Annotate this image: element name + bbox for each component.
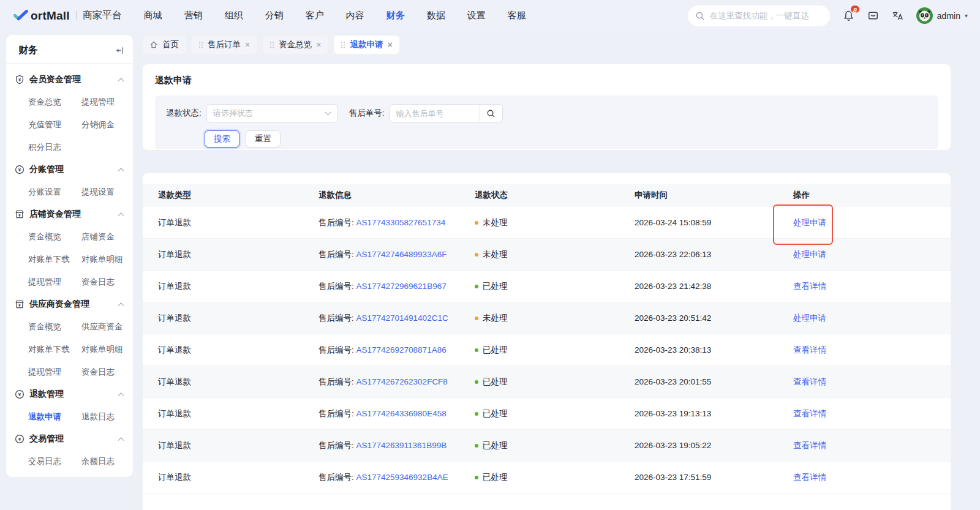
apply-time-cell: 2026-03-23 20:01:55 (635, 377, 793, 386)
main-nav: 商城营销组织分销客户内容财务数据设置客服 (144, 10, 526, 21)
status-dot (475, 221, 478, 225)
sidebar-item-分账设置[interactable]: 分账设置 (28, 181, 81, 203)
username: admin (937, 11, 960, 21)
sidebar-item-退款申请[interactable]: 退款申请 (28, 405, 81, 428)
sidebar-section-header[interactable]: ¥ 会员资金管理 (15, 69, 124, 91)
svg-text:¥: ¥ (18, 77, 21, 83)
order-no-link[interactable]: AS17742701491402C1C (356, 313, 448, 323)
nav-item-数据[interactable]: 数据 (427, 10, 445, 21)
order-no-link[interactable]: AS17742692708871A86 (356, 345, 447, 354)
order-no-link[interactable]: AS17742746489933A6F (356, 250, 447, 259)
sidebar-item-充值管理[interactable]: 充值管理 (28, 113, 81, 136)
drag-handle-icon (341, 42, 345, 48)
refund-type-cell: 订单退款 (158, 281, 318, 292)
sidebar-item-资金概览[interactable]: 资金概览 (28, 225, 81, 248)
apply-time-cell: 2026-03-23 20:38:13 (635, 345, 793, 354)
sidebar-section-header[interactable]: ¥ 供应商资金管理 (15, 293, 124, 315)
nav-item-内容[interactable]: 内容 (346, 10, 364, 21)
tab-首页[interactable]: 首页 (143, 36, 186, 54)
collapse-sidebar-icon[interactable] (115, 46, 124, 55)
close-icon[interactable]: × (316, 40, 321, 49)
close-icon[interactable]: × (245, 40, 250, 49)
sidebar-item-提现管理[interactable]: 提现管理 (81, 91, 124, 113)
sidebar-item-对账单下载[interactable]: 对账单下载 (28, 338, 81, 361)
translate-icon[interactable] (892, 10, 903, 21)
nav-item-分销[interactable]: 分销 (265, 10, 284, 21)
row-action-link[interactable]: 查看详情 (793, 377, 826, 386)
refund-status-select[interactable]: 请选择状态 (206, 104, 338, 122)
nav-item-客服[interactable]: 客服 (508, 10, 526, 21)
sidebar-section-header[interactable]: ¥ 退款管理 (15, 383, 124, 405)
row-action-link[interactable]: 处理申请 (793, 250, 826, 259)
home-icon (149, 40, 158, 49)
aftersale-search-button[interactable] (480, 104, 503, 122)
sidebar-item-积分日志[interactable]: 积分日志 (28, 136, 81, 159)
sidebar-item-资金总览[interactable]: 资金总览 (28, 91, 81, 113)
sidebar-item-店铺资金[interactable]: 店铺资金 (81, 225, 124, 248)
refund-type-cell: 订单退款 (158, 345, 318, 356)
sidebar-item-对账单明细[interactable]: 对账单明细 (81, 248, 124, 271)
row-action-link[interactable]: 查看详情 (793, 345, 826, 354)
row-action-link[interactable]: 处理申请 (793, 218, 826, 227)
sidebar-item-退款日志[interactable]: 退款日志 (81, 405, 124, 428)
filter-card: 退款申请 退款状态: 请选择状态 售后单号: (143, 64, 951, 150)
row-action-link[interactable]: 查看详情 (793, 473, 826, 482)
nav-item-客户[interactable]: 客户 (306, 10, 324, 21)
filter-panel: 退款状态: 请选择状态 售后单号: 搜索 重置 (155, 96, 938, 149)
user-menu[interactable]: admin ▾ (916, 7, 968, 24)
order-no-link[interactable]: AS1774264336980E458 (356, 409, 447, 418)
col-refund-info: 退款信息 (318, 190, 475, 201)
sidebar-item-供应商资金[interactable]: 供应商资金 (81, 315, 124, 338)
aftersale-no-input[interactable] (390, 104, 480, 122)
nav-item-财务[interactable]: 财务 (386, 10, 405, 21)
sidebar-item-资金概览[interactable]: 资金概览 (28, 315, 81, 338)
sidebar-item-交易日志[interactable]: 交易日志 (28, 450, 81, 473)
order-no-link[interactable]: AS17743305827651734 (356, 218, 446, 227)
sidebar-item-提现设置[interactable]: 提现设置 (81, 181, 124, 203)
row-action-link[interactable]: 处理申请 (793, 313, 826, 323)
sidebar-item-提现管理[interactable]: 提现管理 (28, 361, 81, 383)
sidebar-item-分销佣金[interactable]: 分销佣金 (81, 113, 124, 136)
search-button[interactable]: 搜索 (205, 130, 239, 148)
page-title: 退款申请 (155, 75, 938, 86)
nav-item-组织[interactable]: 组织 (225, 10, 243, 21)
order-no-link[interactable]: AS1774272969621B967 (356, 282, 447, 291)
order-no-label: 售后编号: (318, 409, 356, 418)
sidebar-item-余额日志[interactable]: 余额日志 (81, 450, 124, 473)
search-icon (695, 11, 705, 21)
sidebar-item-资金日志[interactable]: 资金日志 (81, 361, 124, 383)
row-action-link[interactable]: 查看详情 (793, 441, 826, 450)
reset-button[interactable]: 重置 (246, 130, 281, 148)
workbench-icon[interactable] (867, 10, 879, 21)
tab-退款申请[interactable]: 退款申请 × (334, 36, 399, 54)
svg-text:¥: ¥ (18, 392, 21, 397)
close-icon[interactable]: × (387, 40, 392, 49)
sidebar-section-title: 分账管理 (29, 164, 64, 175)
sidebar-section-header[interactable]: ¥ 分账管理 (15, 159, 124, 181)
row-action-link[interactable]: 查看详情 (793, 282, 826, 291)
col-refund-type: 退款类型 (158, 190, 318, 201)
nav-item-商城[interactable]: 商城 (144, 10, 162, 21)
row-action-link[interactable]: 查看详情 (793, 409, 826, 418)
sidebar-item-对账单下载[interactable]: 对账单下载 (28, 248, 81, 271)
order-no-link[interactable]: AS1774267262302FCF8 (356, 377, 448, 386)
order-no-link[interactable]: AS1774263911361B99B (356, 441, 447, 450)
sidebar-section-header[interactable]: ¥ 交易管理 (15, 428, 124, 450)
global-search-input[interactable]: 在这里查找功能，一键直达 (688, 6, 830, 26)
sidebar-title: 财务 (18, 44, 38, 57)
sidebar-item-资金日志[interactable]: 资金日志 (81, 271, 124, 293)
nav-item-营销[interactable]: 营销 (184, 10, 203, 21)
sidebar-section-header[interactable]: ¥ 店铺资金管理 (15, 203, 124, 225)
nav-item-设置[interactable]: 设置 (467, 10, 486, 21)
sidebar-item-对账单明细[interactable]: 对账单明细 (81, 338, 124, 361)
tab-售后订单[interactable]: 售后订单 × (192, 36, 257, 54)
order-no-label: 售后编号: (318, 473, 356, 482)
shield-yuan-icon: ¥ (15, 75, 24, 84)
sidebar-item-提现管理[interactable]: 提现管理 (28, 271, 81, 293)
tab-资金总览[interactable]: 资金总览 × (263, 36, 328, 54)
order-no-link[interactable]: AS1774259346932B4AE (356, 473, 448, 482)
notifications-bell-icon[interactable]: 8 (843, 10, 854, 21)
table-row: 订单退款 售后编号: AS17742701491402C1C 未处理 2026-… (143, 302, 951, 334)
brand-platform: 商家平台 (83, 9, 122, 22)
table-header: 退款类型 退款信息 退款状态 申请时间 操作 (143, 184, 951, 207)
